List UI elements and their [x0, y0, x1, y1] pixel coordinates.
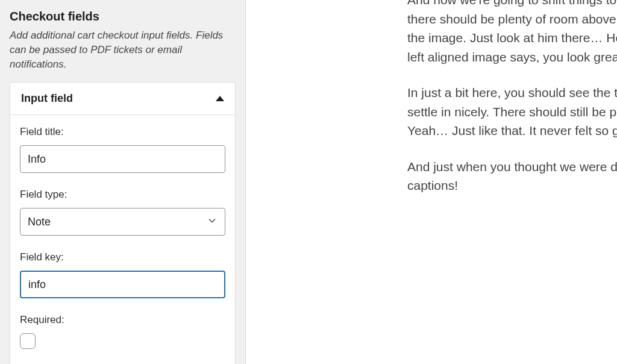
settings-sidebar: Checkout fields Add additional cart chec… [0, 0, 246, 364]
panel-header[interactable]: Input field [10, 83, 235, 115]
required-group: Required: [20, 314, 225, 351]
field-type-select-wrapper: Note [20, 208, 225, 236]
field-type-group: Field type: Note [20, 189, 225, 236]
panel-body: Field title: Field type: Note [10, 115, 235, 364]
field-title-group: Field title: [20, 126, 225, 173]
field-title-label: Field title: [20, 126, 225, 138]
caret-up-icon [216, 96, 224, 101]
content-paragraph: And now we're going to shift things to t… [407, 0, 617, 66]
content-paragraph: In just a bit here, you should see the t… [407, 83, 617, 140]
sidebar-title: Checkout fields [10, 10, 236, 24]
field-type-select[interactable]: Note [20, 208, 225, 236]
input-field-panel: Input field Field title: Field type: Not… [10, 82, 236, 364]
field-key-label: Field key: [20, 251, 225, 263]
panel-title: Input field [21, 92, 73, 105]
editor-content: And now we're going to shift things to t… [246, 0, 617, 364]
field-title-input[interactable] [20, 145, 225, 173]
required-checkbox[interactable] [20, 333, 36, 349]
required-label: Required: [20, 314, 225, 326]
sidebar-description: Add additional cart checkout input field… [10, 28, 236, 71]
field-key-group: Field key: [20, 251, 225, 298]
field-key-input[interactable] [20, 271, 225, 298]
field-type-label: Field type: [20, 189, 225, 201]
content-paragraph: And just when you thought we were done, … [407, 157, 617, 195]
